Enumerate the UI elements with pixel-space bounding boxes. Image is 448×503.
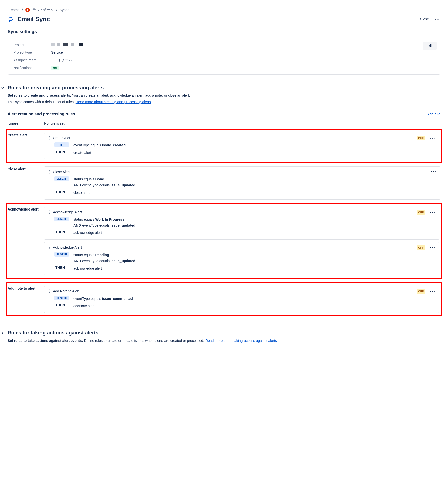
svg-point-18 bbox=[48, 212, 48, 212]
title-row: Email Sync Close bbox=[8, 16, 440, 23]
drag-handle-icon[interactable] bbox=[47, 246, 50, 249]
svg-point-32 bbox=[48, 292, 48, 293]
create-alert-label: Create alert bbox=[8, 133, 44, 137]
elseif-tag: ELSE IF bbox=[54, 176, 69, 181]
rules-heading: Rules for creating and processing alerts bbox=[8, 85, 440, 91]
settings-card: Edit Project Project type Service Assign… bbox=[8, 38, 440, 75]
ignore-value: No rule is set bbox=[44, 121, 65, 125]
then-action: close alert bbox=[73, 190, 90, 196]
svg-point-7 bbox=[49, 137, 50, 138]
actions-section: Rules for taking actions against alerts … bbox=[1, 330, 440, 344]
svg-point-15 bbox=[49, 173, 50, 174]
rules-desc-2: This sync comes with a default set of ru… bbox=[8, 99, 440, 105]
elseif-tag: ELSE IF bbox=[54, 252, 69, 257]
drag-handle-icon[interactable] bbox=[47, 289, 50, 293]
project-type-label: Project type bbox=[13, 50, 51, 54]
svg-point-16 bbox=[48, 210, 48, 211]
create-alert-card[interactable]: OFF Create Alert IF eventType equals iss… bbox=[44, 133, 439, 160]
rules-desc-bold: Set rules to create and process alerts. bbox=[8, 93, 71, 97]
svg-point-10 bbox=[48, 170, 48, 171]
ack-label: Acknowledge alert bbox=[8, 207, 44, 211]
svg-point-9 bbox=[49, 139, 50, 140]
rule-more-button[interactable] bbox=[429, 137, 436, 140]
more-actions-button[interactable] bbox=[434, 18, 440, 21]
then-action: create alert bbox=[73, 150, 91, 156]
edit-button[interactable]: Edit bbox=[423, 42, 437, 50]
svg-point-13 bbox=[49, 172, 50, 172]
actions-desc-bold: Set rules to take actions against alert … bbox=[8, 339, 83, 343]
rules-desc: Set rules to create and process alerts. … bbox=[8, 93, 440, 98]
svg-point-22 bbox=[48, 246, 48, 247]
svg-point-28 bbox=[48, 289, 48, 290]
svg-point-5 bbox=[49, 136, 50, 137]
breadcrumb: Teams / テストチーム / Syncs bbox=[9, 8, 440, 12]
svg-point-31 bbox=[49, 291, 50, 291]
then-action: acknowledge alert bbox=[73, 266, 102, 272]
rules-desc-line2: This sync comes with a default set of ru… bbox=[8, 100, 76, 104]
breadcrumb-sep: / bbox=[22, 8, 23, 12]
svg-point-17 bbox=[49, 210, 50, 211]
rule-name: Close Alert bbox=[53, 170, 70, 174]
sync-icon bbox=[8, 16, 14, 22]
elseif-tag: ELSE IF bbox=[54, 296, 69, 300]
chevron-down-icon[interactable] bbox=[1, 86, 5, 91]
elseif-condition: status equals Pending AND eventType equa… bbox=[73, 252, 135, 264]
drag-handle-icon[interactable] bbox=[47, 136, 50, 140]
svg-point-6 bbox=[48, 137, 48, 138]
close-alert-card[interactable]: Close Alert ELSE IF status equals Done A… bbox=[44, 166, 440, 199]
settings-heading: Sync settings bbox=[8, 29, 440, 34]
close-button[interactable]: Close bbox=[420, 17, 429, 21]
add-rule-button[interactable]: Add rule bbox=[422, 112, 440, 116]
svg-point-0 bbox=[27, 9, 28, 10]
breadcrumb-teams[interactable]: Teams bbox=[9, 8, 19, 12]
off-badge: OFF bbox=[417, 210, 425, 215]
drag-handle-icon[interactable] bbox=[47, 210, 50, 214]
ack-card-1[interactable]: OFF Acknowledge Alert ELSE IF status equ… bbox=[44, 207, 439, 240]
rule-more-button[interactable] bbox=[429, 290, 436, 293]
read-more-link[interactable]: Read more about creating and processing … bbox=[76, 100, 151, 104]
ack-card-2[interactable]: OFF Acknowledge Alert ELSE IF status equ… bbox=[44, 242, 439, 275]
rule-more-button[interactable] bbox=[430, 170, 437, 173]
team-badge-icon bbox=[25, 8, 30, 12]
notifications-label: Notifications bbox=[13, 66, 51, 70]
note-highlight: Add note to alert OFF Add Note to Alert bbox=[6, 282, 442, 317]
svg-point-24 bbox=[48, 247, 48, 248]
breadcrumb-sep: / bbox=[56, 8, 57, 12]
page-title: Email Sync bbox=[18, 16, 50, 23]
actions-heading: Rules for taking actions against alerts bbox=[8, 330, 440, 336]
subsection-title: Alert creation and processing rules bbox=[8, 112, 75, 116]
off-badge: OFF bbox=[417, 136, 425, 140]
actions-read-more-link[interactable]: Read more about taking actions against a… bbox=[205, 339, 277, 343]
svg-point-30 bbox=[48, 291, 48, 291]
drag-handle-icon[interactable] bbox=[47, 170, 50, 174]
rule-name: Create Alert bbox=[53, 136, 71, 140]
close-alert-row: Close alert Close Alert ELSE IF bbox=[8, 166, 440, 199]
svg-point-23 bbox=[49, 246, 50, 247]
rule-more-button[interactable] bbox=[429, 246, 436, 249]
breadcrumb-syncs[interactable]: Syncs bbox=[60, 8, 69, 12]
then-tag: THEN bbox=[54, 303, 69, 307]
add-rule-label: Add rule bbox=[427, 112, 440, 116]
rule-name: Acknowledge Alert bbox=[53, 210, 82, 214]
svg-point-19 bbox=[49, 212, 50, 212]
project-value-redacted bbox=[51, 43, 83, 46]
then-tag: THEN bbox=[54, 150, 69, 154]
breadcrumb-team[interactable]: テストチーム bbox=[32, 8, 54, 12]
if-tag: IF bbox=[54, 142, 69, 147]
project-label: Project bbox=[13, 43, 51, 47]
chevron-right-icon[interactable] bbox=[1, 331, 5, 336]
svg-point-26 bbox=[48, 248, 48, 249]
plus-icon bbox=[422, 112, 426, 116]
ignore-label: Ignore bbox=[8, 121, 44, 125]
svg-point-25 bbox=[49, 247, 50, 248]
note-card[interactable]: OFF Add Note to Alert ELSE IF eventType … bbox=[44, 286, 439, 313]
svg-point-20 bbox=[48, 213, 48, 214]
elseif-condition: eventType equals issue_commented bbox=[73, 296, 133, 302]
svg-point-12 bbox=[48, 172, 48, 172]
svg-point-1 bbox=[28, 9, 29, 10]
svg-point-21 bbox=[49, 213, 50, 214]
svg-point-33 bbox=[49, 292, 50, 293]
project-type-value: Service bbox=[51, 50, 63, 54]
rule-name: Acknowledge Alert bbox=[53, 245, 82, 249]
rule-more-button[interactable] bbox=[429, 211, 436, 214]
